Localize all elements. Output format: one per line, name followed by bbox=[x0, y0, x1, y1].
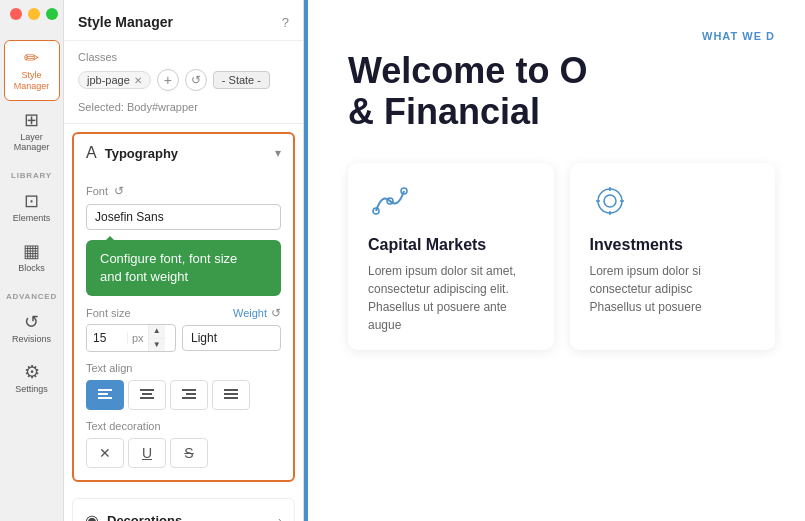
svg-point-15 bbox=[598, 189, 622, 213]
font-label: Font bbox=[86, 185, 108, 197]
typography-header[interactable]: A Typography ▾ bbox=[74, 134, 293, 172]
svg-rect-11 bbox=[224, 397, 238, 399]
svg-rect-4 bbox=[142, 393, 152, 395]
add-class-button[interactable]: + bbox=[157, 69, 179, 91]
size-weight-labels: Font size Weight ↺ bbox=[86, 306, 281, 320]
selected-info: Selected: Body#wrapper bbox=[64, 97, 303, 124]
svg-rect-6 bbox=[182, 389, 196, 391]
svg-rect-10 bbox=[224, 393, 238, 395]
classes-row: Classes jpb-page ✕ + ↺ - State - bbox=[64, 41, 303, 97]
typography-section: A Typography ▾ Font ↺ Josefin Sans Arial… bbox=[72, 132, 295, 482]
card-title-investments: Investments bbox=[590, 236, 756, 254]
minimize-button[interactable] bbox=[28, 8, 40, 20]
svg-rect-7 bbox=[186, 393, 196, 395]
font-select[interactable]: Josefin Sans Arial Georgia Helvetica Rob… bbox=[86, 204, 281, 230]
sidebar-item-label: Style Manager bbox=[9, 70, 55, 92]
sidebar-item-blocks[interactable]: ▦ Blocks bbox=[4, 234, 60, 282]
weight-label: Weight bbox=[233, 307, 267, 319]
svg-rect-9 bbox=[224, 389, 238, 391]
card-investments: Investments Lorem ipsum dolor si consect… bbox=[570, 163, 776, 350]
card-capital-markets: Capital Markets Lorem ipsum dolor sit am… bbox=[348, 163, 554, 350]
font-size-decrement-button[interactable]: ▼ bbox=[149, 339, 165, 351]
state-dropdown[interactable]: - State - bbox=[213, 71, 270, 89]
decorations-header[interactable]: ◉ Decorations › bbox=[73, 499, 294, 521]
heading-line2: & Financial bbox=[348, 91, 540, 132]
maximize-button[interactable] bbox=[46, 8, 58, 20]
typography-title-row: A Typography bbox=[86, 144, 178, 162]
content-area: WHAT WE D Welcome to O & Financial Capit… bbox=[308, 0, 805, 521]
card-icon-capital bbox=[368, 183, 534, 226]
deco-none-button[interactable]: ✕ bbox=[86, 438, 124, 468]
typography-icon: A bbox=[86, 144, 97, 162]
typography-title: Typography bbox=[105, 146, 178, 161]
weight-label-row: Weight ↺ bbox=[233, 306, 281, 320]
classes-label: Classes bbox=[78, 51, 289, 63]
align-center-icon bbox=[140, 389, 154, 401]
remove-class-button[interactable]: ✕ bbox=[134, 75, 142, 86]
card-title-capital: Capital Markets bbox=[368, 236, 534, 254]
decorations-section: ◉ Decorations › bbox=[72, 498, 295, 521]
weight-reset-button[interactable]: ↺ bbox=[271, 306, 281, 320]
tooltip-line1: Configure font, font size bbox=[100, 251, 237, 266]
size-weight-inputs: px ▲ ▼ Thin Light Regular Medium Bold bbox=[86, 324, 281, 352]
align-justify-icon bbox=[224, 389, 238, 401]
style-manager-panel: Style Manager ? Classes jpb-page ✕ + ↺ -… bbox=[64, 0, 304, 521]
font-unit-label: px bbox=[127, 332, 148, 344]
tooltip-line2: and font weight bbox=[100, 269, 188, 284]
sidebar-item-style-manager[interactable]: ✏ Style Manager bbox=[4, 40, 60, 101]
svg-rect-8 bbox=[182, 397, 196, 399]
sidebar-item-settings[interactable]: ⚙ Settings bbox=[4, 355, 60, 403]
sidebar-item-label: Blocks bbox=[18, 263, 45, 274]
card-text-capital: Lorem ipsum dolor sit amet, consectetur … bbox=[368, 262, 534, 334]
font-size-stepper: ▲ ▼ bbox=[148, 325, 165, 351]
font-size-label: Font size bbox=[86, 307, 131, 319]
decorations-title: Decorations bbox=[107, 513, 182, 521]
cards-row: Capital Markets Lorem ipsum dolor sit am… bbox=[348, 163, 775, 350]
decorations-chevron-icon: › bbox=[278, 514, 282, 521]
sidebar-item-label: Layer Manager bbox=[8, 132, 56, 154]
close-button[interactable] bbox=[10, 8, 22, 20]
settings-icon: ⚙ bbox=[24, 363, 40, 381]
main-content: WHAT WE D Welcome to O & Financial Capit… bbox=[308, 0, 805, 521]
elements-icon: ⊡ bbox=[24, 192, 39, 210]
refresh-classes-button[interactable]: ↺ bbox=[185, 69, 207, 91]
heading-line1: Welcome to O bbox=[348, 50, 587, 91]
classes-controls: jpb-page ✕ + ↺ - State - bbox=[78, 69, 289, 91]
font-size-input[interactable] bbox=[87, 326, 127, 350]
class-tag-label: jpb-page bbox=[87, 74, 130, 86]
panel-title: Style Manager bbox=[78, 14, 173, 30]
sidebar-item-label: Revisions bbox=[12, 334, 51, 345]
font-weight-select[interactable]: Thin Light Regular Medium Bold bbox=[182, 325, 281, 351]
font-label-row: Font ↺ bbox=[86, 184, 281, 198]
sidebar-item-label: Settings bbox=[15, 384, 48, 395]
align-center-button[interactable] bbox=[128, 380, 166, 410]
sidebar-item-revisions[interactable]: ↺ Revisions bbox=[4, 305, 60, 353]
help-button[interactable]: ? bbox=[282, 15, 289, 30]
align-left-button[interactable] bbox=[86, 380, 124, 410]
decorations-icon: ◉ bbox=[85, 511, 99, 521]
align-right-button[interactable] bbox=[170, 380, 208, 410]
typography-chevron-icon: ▾ bbox=[275, 146, 281, 160]
text-decoration-label: Text decoration bbox=[86, 420, 281, 432]
deco-strikethrough-button[interactable]: S bbox=[170, 438, 208, 468]
what-we-do-label: WHAT WE D bbox=[348, 30, 775, 42]
typography-body: Font ↺ Josefin Sans Arial Georgia Helvet… bbox=[74, 172, 293, 480]
layer-manager-icon: ⊞ bbox=[24, 111, 39, 129]
align-justify-button[interactable] bbox=[212, 380, 250, 410]
advanced-section-label: ADVANCED bbox=[6, 292, 57, 301]
library-section-label: LIBRARY bbox=[11, 171, 52, 180]
style-manager-icon: ✏ bbox=[24, 49, 39, 67]
svg-point-16 bbox=[604, 195, 616, 207]
svg-rect-1 bbox=[98, 393, 108, 395]
sidebar-item-layer-manager[interactable]: ⊞ Layer Manager bbox=[4, 103, 60, 162]
align-left-icon bbox=[98, 389, 112, 401]
font-select-row: Josefin Sans Arial Georgia Helvetica Rob… bbox=[86, 204, 281, 230]
font-size-increment-button[interactable]: ▲ bbox=[149, 325, 165, 338]
class-tag: jpb-page ✕ bbox=[78, 71, 151, 89]
sidebar-item-elements[interactable]: ⊡ Elements bbox=[4, 184, 60, 232]
decoration-buttons: ✕ U S bbox=[86, 438, 281, 468]
deco-underline-button[interactable]: U bbox=[128, 438, 166, 468]
svg-rect-2 bbox=[98, 397, 112, 399]
card-text-investments: Lorem ipsum dolor si consectetur adipisc… bbox=[590, 262, 756, 316]
font-reset-button[interactable]: ↺ bbox=[114, 184, 124, 198]
